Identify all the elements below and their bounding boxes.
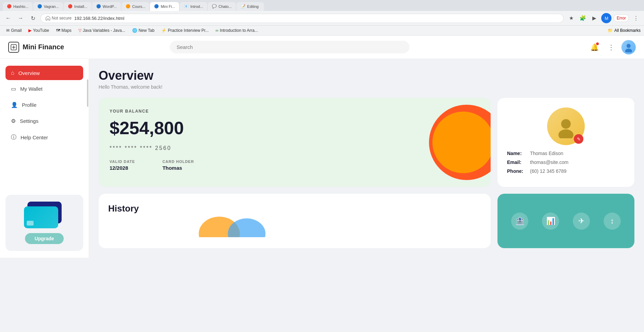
svg-point-6 [228, 218, 266, 237]
reload-button[interactable]: ↻ [28, 13, 38, 23]
edit-avatar-button[interactable]: ✎ [574, 134, 583, 144]
search-input[interactable] [170, 41, 409, 53]
wallet-icon: ▭ [11, 86, 16, 92]
profile-name-value: Thomas Edison [530, 151, 563, 156]
tab-editing[interactable]: 📝 Editing [237, 2, 264, 11]
page-subtitle: Hello Thomas, welcome back! [99, 84, 634, 90]
profile-phone-row: Phone: (60) 12 345 6789 [507, 168, 625, 174]
back-button[interactable]: ← [3, 13, 13, 23]
bookmark-maps[interactable]: 🗺 Maps [53, 27, 74, 34]
overview-icon: ⌂ [11, 70, 14, 76]
bank-button[interactable]: 🏦 [511, 213, 528, 230]
browser-toolbar: ← → ↻ Not secure 192.168.56.22/index.htm… [0, 11, 644, 26]
sidebar: ⌂ Overview ▭ My Wallet 👤 Profile ⚙ Setti… [0, 59, 89, 258]
profile-avatar-wrap: ✎ [547, 107, 585, 145]
bookmark-intro[interactable]: ∞ Introduction to Arra... [213, 27, 261, 34]
sidebar-label-wallet: My Wallet [20, 86, 42, 92]
card-holder-value: Thomas [162, 165, 194, 171]
tab-course[interactable]: 🟠 Cours... [122, 2, 150, 11]
sidebar-label-settings: Settings [20, 118, 38, 124]
chart-icon: 📊 [546, 217, 555, 226]
practice-icon: ⚡ [161, 28, 166, 33]
bookmark-practice[interactable]: ⚡ Practice Interview Pr... [159, 27, 211, 34]
tab-install[interactable]: 🔴 Install... [64, 2, 91, 11]
transfer-button[interactable]: ↕ [604, 213, 621, 230]
card-number: **** **** **** 2560 [110, 145, 480, 151]
sidebar-item-help[interactable]: ⓘ Help Center [5, 130, 83, 145]
tab-vagrant[interactable]: 🔵 Vagran... [33, 2, 63, 11]
valid-date-label: VALID DATE [110, 159, 135, 164]
bookmark-star-button[interactable]: ★ [566, 13, 576, 23]
tab-introd[interactable]: 📧 Introd... [180, 2, 207, 11]
chart-button[interactable]: 📊 [542, 213, 559, 230]
balance-card: YOUR BALANCE $254,800 **** **** **** 256… [99, 98, 491, 187]
avatar-image [621, 40, 636, 54]
sidebar-item-settings[interactable]: ⚙ Settings [5, 114, 83, 128]
card-graphic [24, 202, 65, 229]
sidebar-item-overview[interactable]: ⌂ Overview [5, 66, 83, 80]
sidebar-item-profile[interactable]: 👤 Profile [5, 98, 83, 112]
profile-phone-label: Phone: [507, 168, 526, 174]
balance-label: YOUR BALANCE [110, 109, 480, 114]
profile-icon: 👤 [11, 102, 18, 108]
settings-icon: ⚙ [11, 118, 16, 124]
logo-icon [8, 42, 19, 53]
extensions-button[interactable]: 🧩 [578, 13, 588, 23]
header-more-button[interactable]: ⋮ [605, 41, 617, 53]
bottom-row: History 🏦 📊 ✈ ↕ [99, 194, 634, 248]
browser-chrome: 🔴 Hashto... 🔵 Vagran... 🔴 Install... 🔵 W… [0, 0, 644, 36]
app-logo-text: Mini Finance [23, 43, 64, 51]
profile-name-label: Name: [507, 151, 526, 156]
maps-icon: 🗺 [56, 28, 60, 33]
tab-wordp[interactable]: 🔵 WordP... [92, 2, 121, 11]
history-chart [108, 217, 481, 237]
card-holder-group: CARD HOLDER Thomas [162, 159, 194, 171]
tab-icon-wordp: 🔵 [96, 4, 101, 9]
address-url: 192.168.56.22/index.html [74, 16, 124, 21]
newtab-icon: 🌐 [132, 28, 137, 33]
valid-date-group: VALID DATE 12/2028 [110, 159, 135, 171]
browser-profile-button[interactable]: M [601, 13, 611, 23]
profile-name-row: Name: Thomas Edison [507, 151, 625, 156]
history-title: History [108, 203, 481, 214]
cards-row: YOUR BALANCE $254,800 **** **** **** 256… [99, 98, 634, 187]
tab-chato[interactable]: 💬 Chato... [208, 2, 236, 11]
tab-icon-chato: 💬 [212, 4, 217, 9]
svg-point-2 [625, 49, 632, 52]
valid-date-value: 12/2028 [110, 165, 135, 171]
bookmark-gmail[interactable]: ✉ Gmail [3, 27, 24, 34]
profile-phone-value: (60) 12 345 6789 [530, 168, 567, 174]
bookmark-newtab[interactable]: 🌐 New Tab [129, 27, 157, 34]
tab-icon-course: 🟠 [126, 4, 130, 9]
error-button[interactable]: Error [614, 14, 629, 22]
deco-inner [432, 112, 491, 173]
profile-info: Name: Thomas Edison Email: thomas@site.c… [507, 151, 625, 177]
tab-icon-editing: 📝 [241, 4, 245, 9]
send-button[interactable]: ✈ [573, 213, 590, 230]
bookmark-youtube[interactable]: ▶ Mini Finance YouTube [26, 27, 52, 34]
more-menu-button[interactable]: ⋮ [631, 13, 641, 23]
java-icon: ▽ [78, 28, 81, 33]
bank-icon: 🏦 [515, 217, 525, 226]
card-chip [27, 221, 34, 226]
tab-icon-introd: 📧 [184, 4, 189, 9]
bookmarks-bar: ✉ Gmail ▶ Mini Finance YouTube 🗺 Maps ▽ … [0, 26, 644, 36]
media-button[interactable]: ▶ [590, 13, 599, 23]
app-logo: Mini Finance [8, 42, 77, 53]
sidebar-scrollbar [87, 59, 89, 258]
browser-tabs: 🔴 Hashto... 🔵 Vagran... 🔴 Install... 🔵 W… [0, 0, 644, 11]
card-holder-label: CARD HOLDER [162, 159, 194, 164]
tab-minifi[interactable]: 🔵 Mini Fi... [150, 2, 179, 11]
forward-button[interactable]: → [16, 13, 25, 23]
teal-quick-actions-card: 🏦 📊 ✈ ↕ [497, 194, 634, 248]
bookmark-java[interactable]: ▽ Java Variables - Java... [76, 27, 128, 34]
tab-hashto[interactable]: 🔴 Hashto... [3, 2, 33, 11]
sidebar-item-wallet[interactable]: ▭ My Wallet [5, 81, 83, 96]
notifications-button[interactable]: 🔔 [589, 41, 601, 53]
avatar[interactable] [621, 40, 636, 54]
not-secure-text: Not secure [52, 16, 72, 21]
help-icon: ⓘ [11, 134, 16, 141]
all-bookmarks[interactable]: 📁 All Bookmarks [608, 28, 641, 33]
address-bar[interactable]: Not secure 192.168.56.22/index.html [40, 14, 564, 23]
upgrade-button[interactable]: Upgrade [25, 233, 64, 244]
